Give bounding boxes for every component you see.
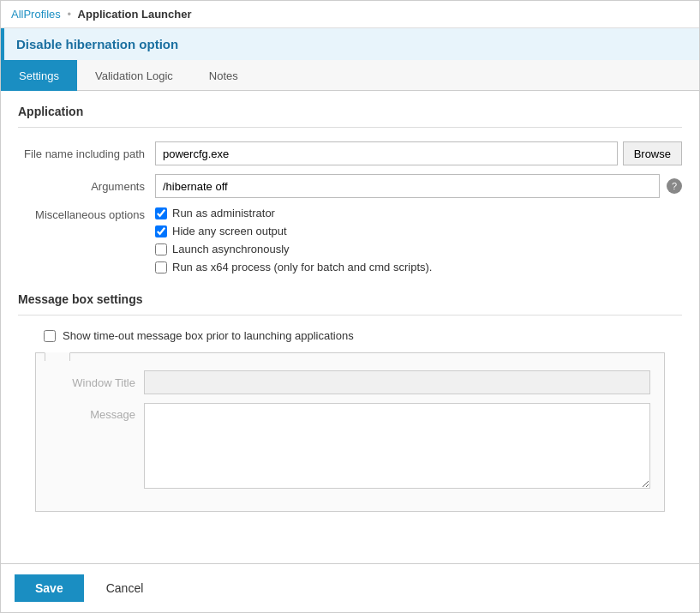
misc-checkbox-3[interactable] bbox=[155, 261, 167, 273]
cancel-button[interactable]: Cancel bbox=[93, 574, 158, 602]
misc-checkbox-2[interactable] bbox=[155, 243, 167, 255]
browse-button[interactable]: Browse bbox=[623, 141, 682, 165]
misc-option-1: Hide any screen output bbox=[155, 225, 432, 237]
timeout-label: Show time-out message box prior to launc… bbox=[63, 329, 354, 342]
window-title-label: Window Title bbox=[50, 376, 144, 389]
message-textarea[interactable] bbox=[144, 403, 650, 489]
arguments-row: Arguments ? bbox=[18, 174, 682, 198]
misc-option-0: Run as administrator bbox=[155, 207, 432, 219]
file-name-input[interactable] bbox=[155, 141, 618, 165]
window-title-input[interactable] bbox=[144, 370, 650, 394]
misc-option-label-0: Run as administrator bbox=[172, 207, 275, 219]
message-row: Message bbox=[50, 403, 650, 489]
misc-option-label-3: Run as x64 process (only for batch and c… bbox=[172, 261, 432, 273]
misc-option-label-2: Launch asynchronously bbox=[172, 243, 290, 255]
main-window: AllProfiles • Application Launcher Disab… bbox=[0, 0, 700, 613]
message-box-panel: Window Title Message bbox=[35, 352, 665, 512]
arguments-input[interactable] bbox=[155, 174, 660, 198]
misc-checkbox-0[interactable] bbox=[155, 207, 167, 219]
tabs-bar: Settings Validation Logic Notes bbox=[1, 60, 699, 91]
arguments-label: Arguments bbox=[18, 180, 155, 193]
window-title-row: Window Title bbox=[50, 370, 650, 394]
tab-validation-logic[interactable]: Validation Logic bbox=[77, 60, 191, 91]
file-name-row: File name including path Browse bbox=[18, 141, 682, 165]
page-title: Application Launcher bbox=[78, 8, 192, 21]
timeout-checkbox-row: Show time-out message box prior to launc… bbox=[44, 329, 682, 342]
help-icon[interactable]: ? bbox=[667, 178, 682, 194]
message-box-section: Message box settings Show time-out messa… bbox=[18, 292, 682, 512]
file-name-label: File name including path bbox=[18, 147, 155, 160]
misc-label: Miscellaneous options bbox=[18, 207, 155, 221]
panel-tab-indicator bbox=[45, 352, 70, 361]
misc-checkbox-1[interactable] bbox=[155, 225, 167, 237]
tab-notes[interactable]: Notes bbox=[191, 60, 256, 91]
application-divider bbox=[18, 127, 682, 128]
timeout-checkbox[interactable] bbox=[44, 330, 56, 342]
tab-settings[interactable]: Settings bbox=[1, 60, 77, 91]
application-section-title: Application bbox=[18, 105, 682, 118]
save-button[interactable]: Save bbox=[15, 574, 84, 602]
misc-options-list: Run as administrator Hide any screen out… bbox=[155, 207, 432, 279]
misc-option-3: Run as x64 process (only for batch and c… bbox=[155, 261, 432, 273]
main-content: Application File name including path Bro… bbox=[1, 91, 699, 563]
message-box-section-title: Message box settings bbox=[18, 292, 682, 306]
misc-option-2: Launch asynchronously bbox=[155, 243, 432, 255]
footer: Save Cancel bbox=[1, 563, 699, 612]
application-section: Application File name including path Bro… bbox=[18, 105, 682, 279]
title-separator: • bbox=[67, 8, 71, 21]
profile-link[interactable]: AllProfiles bbox=[11, 8, 61, 21]
message-label: Message bbox=[50, 403, 144, 421]
misc-row: Miscellaneous options Run as administrat… bbox=[18, 207, 682, 279]
section-header: Disable hibernation option bbox=[1, 28, 699, 60]
title-bar: AllProfiles • Application Launcher bbox=[1, 1, 699, 28]
message-box-divider bbox=[18, 315, 682, 316]
misc-option-label-1: Hide any screen output bbox=[172, 225, 287, 237]
